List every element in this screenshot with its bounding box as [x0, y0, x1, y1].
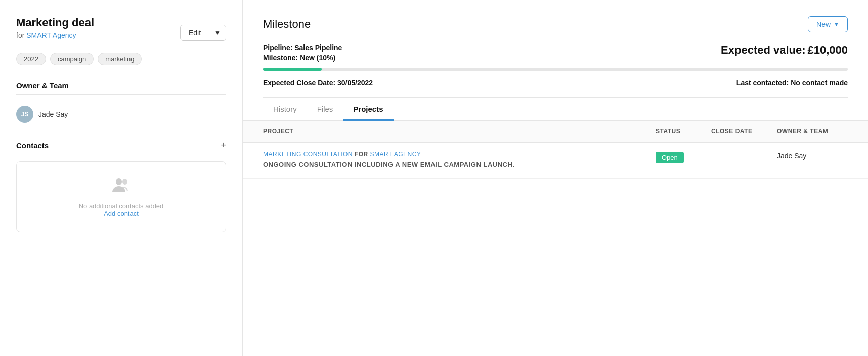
deal-company-link[interactable]: SMART Agency [26, 31, 76, 39]
pipeline-row: Pipeline: Sales Pipeline [263, 43, 342, 52]
table-header-row: PROJECT STATUS CLOSE DATE OWNER & TEAM [243, 121, 868, 143]
milestone-value: New (10%) [300, 54, 335, 62]
last-contacted-label: Last contacted: [736, 79, 789, 87]
expected-value-amount: £10,000 [807, 43, 848, 56]
new-button-label: New [816, 20, 831, 28]
tag-2022[interactable]: 2022 [16, 53, 46, 65]
projects-table: PROJECT STATUS CLOSE DATE OWNER & TEAM M… [243, 121, 868, 179]
edit-button[interactable]: Edit [181, 25, 209, 40]
table-row: Marketing consultation for SMART Agency … [243, 143, 868, 179]
project-close-date [711, 151, 777, 152]
expected-value: Expected value: £10,000 [721, 43, 848, 57]
close-date-label: Expected Close Date: [263, 79, 335, 87]
deal-subtitle-prefix: for [16, 31, 24, 39]
tag-campaign[interactable]: campaign [50, 53, 94, 65]
last-contacted-value: No contact made [791, 79, 848, 87]
deal-title: Marketing deal [16, 16, 94, 29]
project-owner: Jade Say [777, 151, 848, 160]
col-header-owner: OWNER & TEAM [777, 128, 848, 135]
project-desc: Ongoing consultation including a new ema… [263, 160, 656, 170]
tab-files[interactable]: Files [307, 98, 343, 121]
svg-point-1 [122, 179, 127, 185]
project-company-link[interactable]: SMART Agency [370, 151, 421, 158]
pipeline-value: Sales Pipeline [294, 43, 342, 52]
contacts-header: Contacts + [16, 140, 226, 155]
expected-value-label: Expected value: [721, 43, 806, 56]
contacts-empty-text: No additional contacts added [27, 202, 215, 210]
deal-subtitle: for SMART Agency [16, 31, 94, 39]
pipeline-col: Pipeline: Sales Pipeline Milestone: New … [263, 43, 342, 62]
svg-point-0 [116, 178, 122, 185]
project-for: for [355, 151, 370, 158]
owner-section-label: Owner & Team [16, 81, 226, 95]
close-date-row: Expected Close Date: 30/05/2022 Last con… [263, 79, 848, 98]
milestone-info: Pipeline: Sales Pipeline Milestone: New … [263, 43, 848, 62]
project-link[interactable]: Marketing consultation [263, 151, 353, 158]
new-button[interactable]: New ▼ [808, 16, 848, 32]
owner-row: JS Jade Say [16, 101, 226, 128]
col-header-project: PROJECT [263, 128, 656, 135]
col-header-close-date: CLOSE DATE [711, 128, 777, 135]
pipeline-label: Pipeline: [263, 43, 292, 52]
tags-row: 2022 campaign marketing [16, 53, 226, 65]
tag-marketing[interactable]: marketing [98, 53, 142, 65]
col-header-status: STATUS [656, 128, 711, 135]
progress-bar [263, 68, 848, 71]
milestone-label: Milestone: [263, 54, 298, 62]
close-date: Expected Close Date: 30/05/2022 [263, 79, 373, 87]
milestone-row: Milestone: New (10%) [263, 54, 342, 62]
milestone-header: Milestone New ▼ [263, 16, 848, 32]
right-panel: Milestone New ▼ Pipeline: Sales Pipeline… [243, 0, 868, 356]
owner-name: Jade Say [38, 110, 68, 118]
new-button-arrow-icon: ▼ [834, 21, 839, 27]
add-contact-link[interactable]: Add contact [27, 210, 215, 217]
progress-bar-fill [263, 68, 322, 71]
close-date-value: 30/05/2022 [337, 79, 373, 87]
avatar: JS [16, 106, 33, 123]
status-badge: Open [656, 152, 684, 163]
left-panel: Marketing deal for SMART Agency Edit ▼ 2… [0, 0, 243, 356]
last-contacted: Last contacted: No contact made [736, 79, 848, 87]
milestone-title: Milestone [263, 18, 311, 31]
tab-projects[interactable]: Projects [343, 98, 393, 121]
contacts-label: Contacts [16, 141, 49, 150]
edit-dropdown-button[interactable]: ▼ [209, 25, 226, 40]
project-status-cell: Open [656, 151, 711, 163]
tab-history[interactable]: History [263, 98, 307, 121]
edit-button-group: Edit ▼ [180, 25, 226, 41]
add-contact-icon[interactable]: + [221, 140, 226, 151]
people-icon [27, 176, 215, 198]
contacts-empty-box: No additional contacts added Add contact [16, 161, 226, 232]
project-info: Marketing consultation for SMART Agency … [263, 151, 656, 170]
tabs-row: History Files Projects [243, 98, 868, 121]
